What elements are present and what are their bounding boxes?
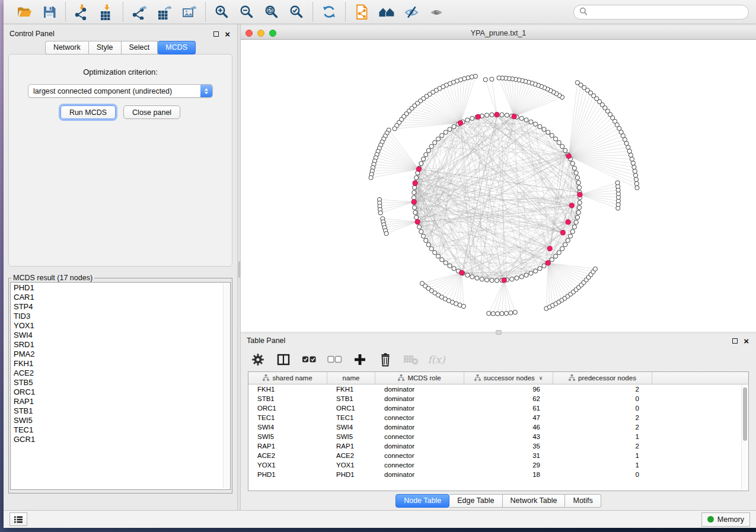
- mcds-result-item[interactable]: CAR1: [14, 293, 230, 302]
- mcds-result-item[interactable]: ORC1: [14, 387, 230, 397]
- column-header-label: name: [343, 374, 360, 382]
- table-row[interactable]: FKH1FKH1dominator962: [248, 384, 748, 394]
- table-row[interactable]: SWI4SWI4dominator462: [248, 422, 748, 432]
- table-row[interactable]: RAP1RAP1dominator352: [248, 441, 748, 451]
- table-tab-network-table[interactable]: Network Table: [503, 494, 566, 508]
- table-row[interactable]: ACE2ACE2connector311: [248, 451, 748, 460]
- table-cell: 0: [553, 394, 652, 403]
- table-scrollbar-thumb[interactable]: [743, 387, 747, 441]
- open-file-icon[interactable]: [16, 4, 33, 20]
- right-column: YPA_prune.txt_1 Table Panel: [241, 24, 756, 510]
- zoom-in-icon[interactable]: [213, 4, 230, 20]
- import-table-icon[interactable]: [98, 4, 115, 20]
- zoom-fit-icon[interactable]: [263, 4, 280, 20]
- main-toolbar: [4, 0, 756, 24]
- mcds-result-item[interactable]: SRD1: [14, 340, 230, 350]
- run-mcds-button[interactable]: Run MCDS: [60, 105, 116, 119]
- mcds-result-item[interactable]: PHD1: [14, 283, 230, 293]
- table-row[interactable]: TEC1TEC1connector472: [248, 413, 748, 422]
- tab-style[interactable]: Style: [89, 41, 122, 55]
- table-scrollbar[interactable]: [741, 385, 748, 490]
- close-panel-button[interactable]: Close panel: [123, 105, 180, 119]
- column-header-label: predecessor nodes: [578, 374, 636, 382]
- close-window-icon[interactable]: [245, 30, 253, 37]
- horizontal-splitter[interactable]: [241, 332, 756, 334]
- mcds-result-item[interactable]: STP4: [14, 302, 230, 312]
- show-panels-button[interactable]: [9, 512, 27, 526]
- import-network-icon[interactable]: [74, 4, 90, 20]
- deselect-all-rows-icon[interactable]: [327, 352, 342, 367]
- horizontal-splitter-handle[interactable]: [496, 330, 502, 335]
- mcds-result-item[interactable]: TID3: [14, 312, 230, 321]
- column-header-shared-name[interactable]: shared name: [248, 372, 327, 384]
- vertical-splitter-handle[interactable]: [238, 261, 240, 278]
- save-session-icon[interactable]: [41, 4, 58, 20]
- zoom-out-icon[interactable]: [238, 4, 255, 20]
- optimization-criterion-select[interactable]: largest connected component (undirected): [28, 84, 213, 98]
- column-header-name[interactable]: name: [327, 372, 375, 384]
- delete-table-icon: [403, 352, 419, 367]
- export-image-icon[interactable]: [181, 4, 197, 20]
- table-row[interactable]: ORC1ORC1dominator610: [248, 403, 748, 413]
- table-cell: dominator: [375, 403, 464, 413]
- column-header-label: shared name: [272, 374, 312, 382]
- maximize-window-icon[interactable]: [269, 30, 276, 37]
- delete-columns-icon[interactable]: [378, 352, 393, 367]
- table-row[interactable]: SWI5SWI5connector431: [248, 432, 748, 441]
- table-tab-node-table[interactable]: Node Table: [395, 494, 449, 508]
- mcds-result-item[interactable]: SWI4: [14, 331, 230, 340]
- network-canvas[interactable]: [241, 40, 756, 332]
- mcds-result-item[interactable]: TEC1: [14, 425, 230, 435]
- add-column-icon[interactable]: [352, 352, 368, 367]
- table-mode-gear-icon[interactable]: [250, 352, 266, 367]
- sort-descending-icon: ∨: [539, 375, 543, 381]
- tab-mcds[interactable]: MCDS: [158, 41, 196, 55]
- mcds-result-item[interactable]: STB1: [14, 406, 230, 416]
- table-cell: TEC1: [248, 413, 327, 422]
- show-columns-icon[interactable]: [276, 352, 291, 367]
- tab-select[interactable]: Select: [122, 41, 158, 55]
- column-header-predecessor-nodes[interactable]: predecessor nodes: [553, 372, 652, 384]
- mcds-result-item[interactable]: PMA2: [14, 350, 230, 359]
- select-all-rows-icon[interactable]: [301, 352, 317, 367]
- home-views-icon[interactable]: [378, 4, 395, 20]
- close-panel-icon[interactable]: ×: [225, 31, 230, 37]
- table-cell: 2: [553, 413, 652, 422]
- minimize-window-icon[interactable]: [257, 30, 264, 37]
- mcds-list-scrollbar[interactable]: [223, 283, 229, 489]
- table-cell: ORC1: [327, 403, 375, 413]
- float-table-panel-icon[interactable]: [732, 338, 738, 344]
- network-document-icon[interactable]: [353, 4, 370, 20]
- zoom-selected-icon[interactable]: [288, 4, 305, 20]
- export-network-icon[interactable]: [131, 4, 148, 20]
- column-header-MCDS-role[interactable]: MCDS role: [375, 372, 464, 384]
- table-tab-edge-table[interactable]: Edge Table: [449, 494, 502, 508]
- tab-network[interactable]: Network: [45, 41, 89, 55]
- mcds-result-item[interactable]: FKH1: [14, 359, 230, 368]
- mcds-result-item[interactable]: STB5: [14, 378, 230, 387]
- hide-eye-icon[interactable]: [403, 4, 420, 20]
- close-table-panel-icon[interactable]: ×: [744, 338, 749, 344]
- mcds-result-item[interactable]: ACE2: [14, 368, 230, 378]
- table-tab-motifs[interactable]: Motifs: [565, 494, 601, 508]
- search-box[interactable]: [573, 5, 749, 20]
- mcds-result-item[interactable]: SWI5: [14, 416, 230, 425]
- show-eye-icon[interactable]: [428, 4, 445, 20]
- search-input[interactable]: [591, 8, 743, 16]
- memory-button[interactable]: Memory: [701, 512, 750, 527]
- column-header-successor-nodes[interactable]: successor nodes∨: [464, 372, 553, 384]
- table-row[interactable]: PHD1PHD1dominator180: [248, 470, 748, 479]
- float-panel-icon[interactable]: [213, 31, 219, 37]
- mcds-result-item[interactable]: YOX1: [14, 321, 230, 331]
- mcds-result-item[interactable]: GCR1: [14, 435, 230, 444]
- mcds-result-item[interactable]: RAP1: [14, 397, 230, 406]
- refresh-view-icon[interactable]: [321, 4, 337, 20]
- table-cell: YOX1: [327, 460, 375, 470]
- search-icon: [579, 7, 588, 17]
- column-header-filler: [652, 372, 748, 384]
- export-table-icon[interactable]: [156, 4, 173, 20]
- table-cell: 1: [553, 451, 652, 460]
- mcds-result-list[interactable]: PHD1CAR1STP4TID3YOX1SWI4SRD1PMA2FKH1ACE2…: [10, 282, 231, 490]
- table-row[interactable]: YOX1YOX1connector291: [248, 460, 748, 470]
- table-row[interactable]: STB1STB1dominator620: [248, 394, 748, 403]
